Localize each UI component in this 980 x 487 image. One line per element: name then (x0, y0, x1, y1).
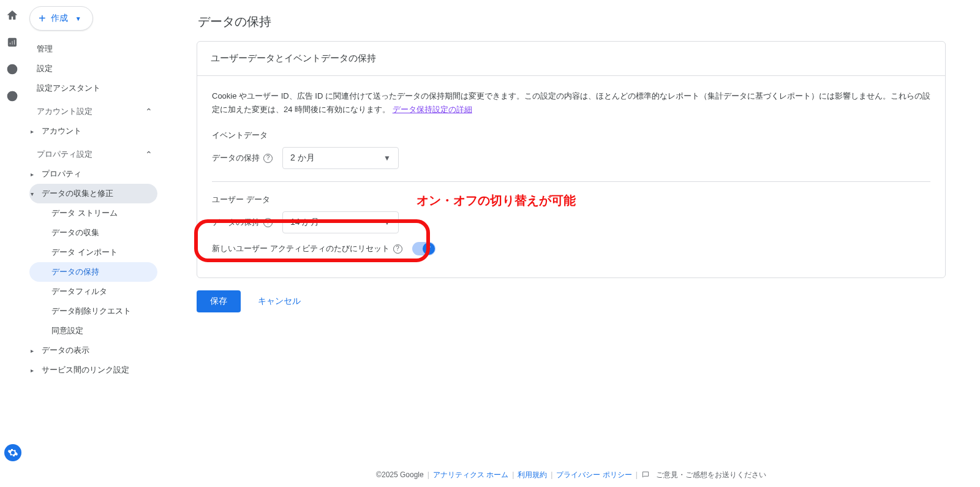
caret-down-icon: ▼ (383, 154, 391, 162)
footer-copyright: ©2025 Google (376, 470, 424, 479)
event-retention-label: データの保持 (212, 153, 260, 164)
footer-link-feedback[interactable]: ご意見・ご感想をお送りください (656, 470, 766, 480)
sidebar: + 作成 ▼ 管理 設定 設定アシスタント アカウント設定 ⌃ ▸ アカウント … (24, 0, 162, 487)
triangle-right-icon: ▸ (31, 367, 34, 374)
user-retention-label: データの保持 (212, 217, 260, 228)
check-icon: ✓ (423, 243, 435, 255)
user-retention-value: 14 か月 (290, 217, 319, 228)
page-title: データの保持 (198, 13, 946, 30)
sidebar-item-data-streams[interactable]: データ ストリーム (29, 203, 157, 223)
help-icon[interactable]: ? (263, 154, 273, 163)
help-icon[interactable]: ? (263, 218, 273, 227)
sidebar-item-admin[interactable]: 管理 (29, 39, 157, 59)
ads-icon[interactable] (6, 89, 19, 103)
card-description: Cookie やユーザー ID、広告 ID に関連付けて送ったデータの保持期間は… (212, 89, 930, 116)
triangle-down-icon: ▾ (31, 191, 34, 197)
chevron-up-icon: ⌃ (145, 107, 153, 116)
sidebar-item-property[interactable]: ▸ プロパティ (29, 164, 157, 184)
svg-point-6 (10, 94, 15, 99)
sidebar-item-data-collection[interactable]: ▾ データの収集と修正 (29, 184, 157, 203)
feedback-icon[interactable] (641, 470, 652, 479)
footer-link-terms[interactable]: 利用規約 (518, 470, 547, 480)
reset-on-activity-label: 新しいユーザー アクティビティのたびにリセット (212, 243, 390, 254)
sidebar-item-data-deletion[interactable]: データ削除リクエスト (29, 301, 157, 321)
svg-rect-3 (14, 40, 15, 45)
home-icon[interactable] (6, 9, 19, 22)
section-event-data: イベントデータ (212, 130, 930, 141)
sidebar-item-settings[interactable]: 設定 (29, 59, 157, 78)
help-icon[interactable]: ? (393, 244, 402, 254)
sidebar-item-data-retention[interactable]: データの保持 (29, 262, 157, 282)
create-button-label: 作成 (51, 13, 68, 24)
admin-gear-icon[interactable] (4, 444, 21, 461)
event-retention-value: 2 か月 (290, 153, 315, 164)
triangle-right-icon: ▸ (31, 128, 34, 135)
triangle-right-icon: ▸ (31, 171, 34, 178)
card-header: ユーザーデータとイベントデータの保持 (197, 42, 945, 76)
footer: ©2025 Google | アナリティクス ホーム | 利用規約 | プライバ… (162, 462, 980, 487)
divider (212, 181, 930, 182)
sidebar-item-data-import[interactable]: データ インポート (29, 243, 157, 262)
cancel-button[interactable]: キャンセル (254, 295, 304, 308)
sidebar-group-account[interactable]: アカウント設定 ⌃ (29, 102, 157, 121)
svg-rect-2 (12, 41, 13, 45)
left-rail (0, 0, 24, 487)
reset-on-activity-toggle[interactable]: ✓ (412, 242, 435, 255)
sidebar-item-data-display[interactable]: ▸ データの表示 (29, 341, 157, 360)
user-retention-select[interactable]: 14 か月 ▼ (282, 211, 399, 233)
sidebar-item-data-collection-sub[interactable]: データの収集 (29, 223, 157, 243)
create-button[interactable]: + 作成 ▼ (29, 6, 93, 31)
annotation-text: オン・オフの切り替えが可能 (417, 192, 576, 209)
caret-down-icon: ▼ (383, 218, 391, 227)
sidebar-item-account[interactable]: ▸ アカウント (29, 121, 157, 141)
svg-rect-1 (10, 42, 11, 45)
chevron-up-icon: ⌃ (145, 149, 153, 159)
plus-icon: + (39, 12, 46, 25)
sidebar-item-data-filters[interactable]: データフィルタ (29, 282, 157, 301)
footer-link-privacy[interactable]: プライバシー ポリシー (556, 470, 631, 480)
sidebar-item-setup-assistant[interactable]: 設定アシスタント (29, 78, 157, 98)
save-button[interactable]: 保存 (197, 290, 241, 312)
retention-card: ユーザーデータとイベントデータの保持 Cookie やユーザー ID、広告 ID… (197, 41, 946, 278)
triangle-right-icon: ▸ (31, 347, 34, 354)
event-retention-select[interactable]: 2 か月 ▼ (282, 147, 399, 169)
footer-link-home[interactable]: アナリティクス ホーム (433, 470, 508, 480)
caret-down-icon: ▼ (75, 15, 81, 22)
explore-icon[interactable] (6, 62, 19, 76)
sidebar-item-product-links[interactable]: ▸ サービス間のリンク設定 (29, 360, 157, 380)
sidebar-group-property[interactable]: プロパティ設定 ⌃ (29, 145, 157, 164)
learn-more-link[interactable]: データ保持設定の詳細 (393, 105, 472, 114)
main-content: データの保持 ユーザーデータとイベントデータの保持 Cookie やユーザー I… (162, 0, 980, 462)
sidebar-item-consent[interactable]: 同意設定 (29, 321, 157, 341)
reports-icon[interactable] (6, 36, 19, 49)
